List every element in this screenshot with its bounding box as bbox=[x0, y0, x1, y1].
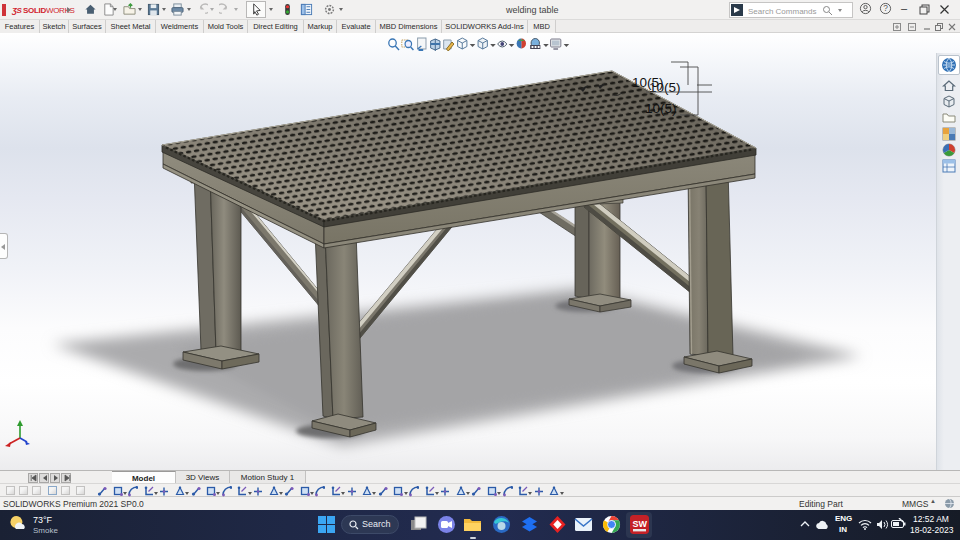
svg-text:SW: SW bbox=[633, 519, 648, 529]
svg-text:10(5): 10(5) bbox=[649, 80, 681, 95]
svg-text:?: ? bbox=[883, 3, 888, 13]
svg-text:10(5): 10(5) bbox=[645, 101, 677, 116]
